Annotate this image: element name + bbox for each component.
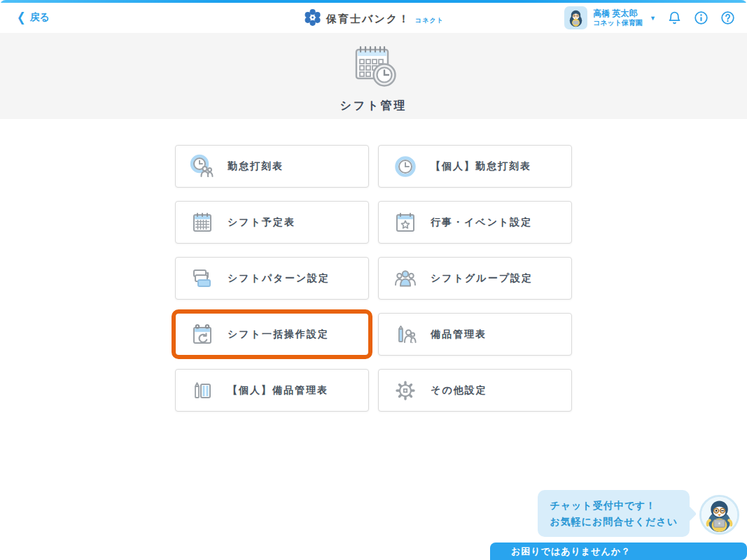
menu-button-personal-attendance-timecard[interactable]: 【個人】勤怠打刻表: [378, 145, 572, 188]
menu-button-other-settings[interactable]: その他設定: [378, 369, 572, 412]
menu-button-shift-schedule[interactable]: シフト予定表: [175, 201, 369, 244]
pattern-cards-icon: [189, 265, 216, 292]
info-icon[interactable]: [692, 10, 709, 27]
chat-banner-label: お困りではありませんか？: [511, 545, 631, 558]
chevron-down-icon: ▼: [650, 15, 656, 22]
calendar-grid-icon: [189, 209, 216, 236]
calendar-star-icon: [392, 209, 419, 236]
user-organization: コネット保育園: [593, 19, 643, 28]
menu-button-shift-pattern-settings[interactable]: シフトパターン設定: [175, 257, 369, 300]
back-label: 戻る: [30, 11, 50, 24]
people-group-icon: [392, 265, 419, 292]
menu-button-equipment-management[interactable]: 備品管理表: [378, 313, 572, 356]
menu-button-label: シフト予定表: [228, 216, 295, 229]
notifications-bell-icon[interactable]: [666, 10, 683, 27]
menu-button-label: シフト一括操作設定: [228, 328, 329, 341]
menu-button-label: その他設定: [431, 384, 487, 397]
brand-subname: コネクト: [415, 16, 444, 25]
app-window: ❮ 戻る 保育士バンク！ コネクト: [0, 0, 747, 560]
menu-grid: 勤怠打刻表 【個人】勤怠打刻表: [175, 145, 572, 412]
page-title: シフト管理: [340, 99, 407, 113]
menu-area: 勤怠打刻表 【個人】勤怠打刻表: [0, 145, 747, 412]
brand-logo[interactable]: 保育士バンク！ コネクト: [303, 8, 444, 29]
menu-button-event-settings[interactable]: 行事・イベント設定: [378, 201, 572, 244]
menu-button-label: シフトグループ設定: [431, 272, 533, 285]
supplies-icon: [392, 321, 419, 348]
menu-button-shift-group-settings[interactable]: シフトグループ設定: [378, 257, 572, 300]
brand-name: 保育士バンク！: [326, 13, 410, 26]
calendar-refresh-icon: [189, 321, 216, 348]
user-name: 高橋 英太郎: [593, 8, 643, 19]
menu-button-shift-bulk-operation-settings[interactable]: シフト一括操作設定: [175, 313, 369, 356]
chat-banner-button[interactable]: お困りではありませんか？: [490, 542, 747, 560]
chat-bubble-line1: チャット受付中です！: [550, 498, 678, 513]
pencil-notebook-icon: [189, 377, 216, 404]
flower-logo-icon: [303, 8, 321, 29]
penguin-mascot-icon: [701, 497, 737, 533]
calendar-clock-icon: [347, 38, 400, 94]
chat-status-bubble: チャット受付中です！ お気軽にお問合せください: [538, 490, 690, 537]
page-header: シフト管理: [0, 33, 747, 119]
menu-button-label: 【個人】備品管理表: [228, 384, 328, 397]
user-texts: 高橋 英太郎 コネット保育園: [593, 8, 643, 28]
back-button[interactable]: ❮ 戻る: [17, 11, 50, 24]
clock-people-icon: [189, 153, 216, 180]
chevron-left-icon: ❮: [17, 10, 26, 25]
gear-icon: [392, 377, 419, 404]
chat-bubble-line2: お気軽にお問合せください: [550, 514, 678, 529]
menu-button-label: 行事・イベント設定: [431, 216, 532, 229]
menu-button-personal-equipment-management[interactable]: 【個人】備品管理表: [175, 369, 369, 412]
topbar: ❮ 戻る 保育士バンク！ コネクト: [0, 3, 747, 33]
help-icon[interactable]: [719, 10, 736, 27]
menu-button-label: 【個人】勤怠打刻表: [431, 160, 531, 173]
menu-button-label: 備品管理表: [431, 328, 487, 341]
user-menu[interactable]: 高橋 英太郎 コネット保育園 ▼: [564, 6, 656, 29]
topbar-right-cluster: 高橋 英太郎 コネット保育園 ▼: [564, 6, 736, 29]
menu-button-label: シフトパターン設定: [228, 272, 330, 285]
clock-icon: [392, 153, 419, 180]
menu-button-attendance-timecard[interactable]: 勤怠打刻表: [175, 145, 369, 188]
avatar: [564, 6, 587, 29]
chat-mascot-button[interactable]: [699, 495, 739, 535]
menu-button-label: 勤怠打刻表: [228, 160, 284, 173]
